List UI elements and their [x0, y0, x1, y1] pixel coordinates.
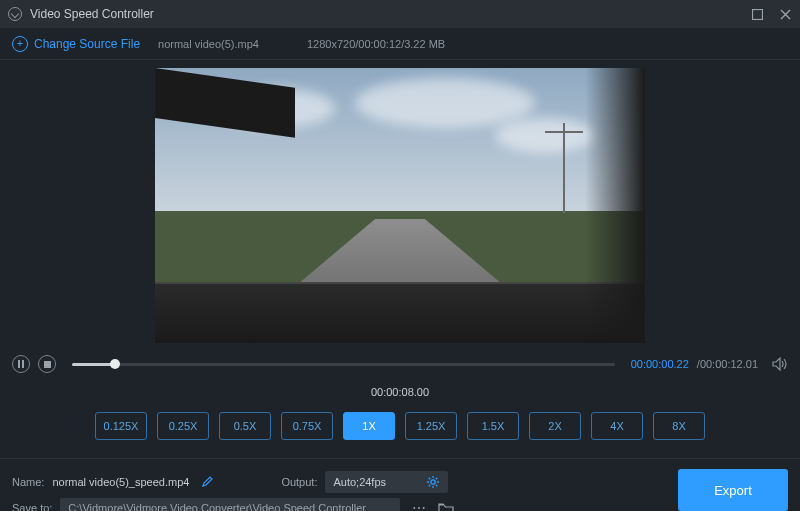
pause-button[interactable]: [12, 355, 30, 373]
speed-button-0-75x[interactable]: 0.75X: [281, 412, 333, 440]
name-label: Name:: [12, 476, 44, 488]
source-bar: + Change Source File normal video(5).mp4…: [0, 28, 800, 60]
app-logo-icon: [8, 7, 22, 21]
time-current: 00:00:00.22: [631, 358, 689, 370]
svg-point-4: [431, 480, 435, 484]
preview-area: [0, 60, 800, 350]
save-path-field[interactable]: C:\Vidmore\Vidmore Video Converter\Video…: [60, 498, 400, 511]
speed-button-1-5x[interactable]: 1.5X: [467, 412, 519, 440]
source-filename: normal video(5).mp4: [158, 38, 259, 50]
speed-button-1-25x[interactable]: 1.25X: [405, 412, 457, 440]
time-total: /00:00:12.01: [697, 358, 758, 370]
change-source-button[interactable]: + Change Source File: [12, 36, 140, 52]
svg-rect-3: [44, 361, 51, 368]
gear-icon[interactable]: [426, 475, 440, 489]
output-format-value: Auto;24fps: [333, 476, 386, 488]
speed-button-1x[interactable]: 1X: [343, 412, 395, 440]
source-metadata: 1280x720/00:00:12/3.22 MB: [307, 38, 445, 50]
video-preview[interactable]: [155, 68, 645, 343]
timestamp-display: 00:00:08.00: [0, 378, 800, 408]
speed-selector: 0.125X0.25X0.5X0.75X1X1.25X1.5X2X4X8X: [0, 408, 800, 459]
playback-controls: 00:00:00.22/00:00:12.01: [0, 350, 800, 378]
speed-button-0-5x[interactable]: 0.5X: [219, 412, 271, 440]
svg-rect-1: [18, 360, 20, 368]
volume-icon[interactable]: [772, 356, 788, 372]
seek-thumb[interactable]: [110, 359, 120, 369]
window-title: Video Speed Controller: [30, 7, 750, 21]
maximize-icon[interactable]: [750, 7, 764, 21]
edit-name-icon[interactable]: [201, 476, 213, 488]
output-format-select[interactable]: Auto;24fps: [325, 471, 448, 493]
stop-button[interactable]: [38, 355, 56, 373]
speed-button-2x[interactable]: 2X: [529, 412, 581, 440]
speed-button-0-25x[interactable]: 0.25X: [157, 412, 209, 440]
speed-button-4x[interactable]: 4X: [591, 412, 643, 440]
titlebar: Video Speed Controller: [0, 0, 800, 28]
output-name: normal video(5)_speed.mp4: [52, 476, 189, 488]
plus-circle-icon: +: [12, 36, 28, 52]
close-icon[interactable]: [778, 7, 792, 21]
open-folder-icon[interactable]: [438, 502, 460, 512]
speed-button-8x[interactable]: 8X: [653, 412, 705, 440]
output-label: Output:: [281, 476, 317, 488]
footer: Name: normal video(5)_speed.mp4 Output: …: [0, 459, 800, 511]
export-button[interactable]: Export: [678, 469, 788, 511]
seek-slider[interactable]: [72, 363, 615, 366]
more-icon[interactable]: ⋯: [408, 500, 430, 511]
svg-rect-0: [752, 9, 762, 19]
svg-rect-2: [22, 360, 24, 368]
change-source-label: Change Source File: [34, 37, 140, 51]
saveto-label: Save to:: [12, 502, 52, 511]
speed-button-0-125x[interactable]: 0.125X: [95, 412, 147, 440]
